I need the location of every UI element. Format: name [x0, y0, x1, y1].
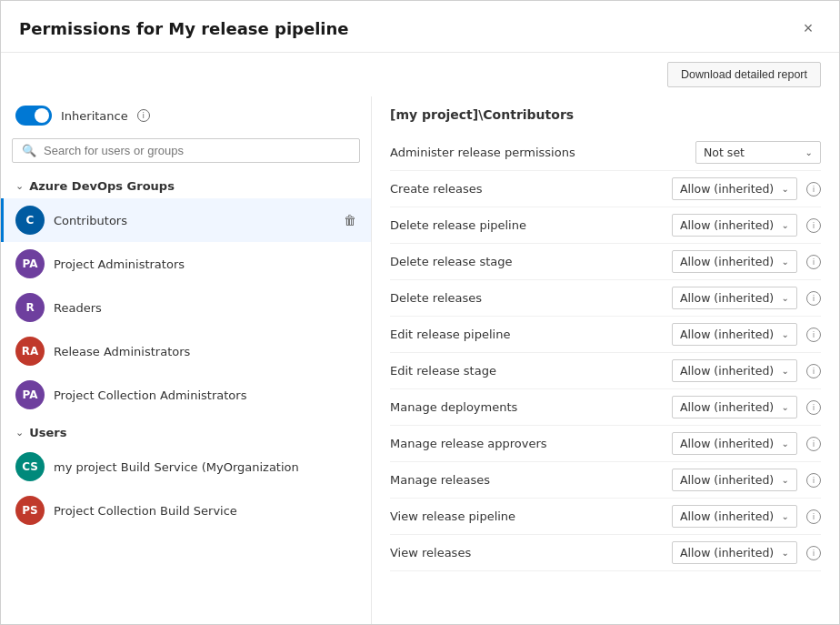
perm-value: Allow (inherited): [680, 255, 778, 268]
right-panel: [my project]\Contributors Administer rel…: [372, 96, 839, 624]
edit-stage-select[interactable]: Allow (inherited) ⌄: [672, 359, 797, 382]
search-box[interactable]: 🔍: [12, 138, 360, 163]
avatar: PS: [15, 496, 45, 525]
user-name: Contributors: [54, 214, 335, 227]
list-item[interactable]: PS Project Collection Build Service 🗑: [1, 489, 371, 532]
chevron-down-icon: ⌄: [782, 475, 789, 485]
users-section: ⌄ Users CS my project Build Service (MyO…: [1, 420, 371, 532]
dialog-header: Permissions for My release pipeline ×: [1, 1, 839, 53]
chevron-down-icon: ⌄: [782, 402, 789, 412]
list-item[interactable]: PA Project Collection Administrators 🗑: [1, 373, 371, 417]
perm-info-icon[interactable]: i: [806, 437, 821, 451]
view-releases-select[interactable]: Allow (inherited) ⌄: [672, 541, 797, 564]
perm-info-icon[interactable]: i: [806, 291, 821, 306]
view-pipeline-select[interactable]: Allow (inherited) ⌄: [672, 505, 797, 528]
permission-name: Delete releases: [390, 291, 663, 305]
avatar: PA: [15, 380, 45, 409]
perm-info-icon[interactable]: i: [806, 255, 821, 269]
manage-releases-select[interactable]: Allow (inherited) ⌄: [672, 469, 797, 491]
create-releases-select[interactable]: Allow (inherited) ⌄: [672, 177, 797, 200]
permission-row: Create releases Allow (inherited) ⌄ i: [390, 171, 821, 207]
administer-permission-select[interactable]: Not set ⌄: [695, 141, 821, 164]
perm-value: Allow (inherited): [680, 364, 778, 378]
inheritance-row: Inheritance i: [1, 96, 371, 135]
permission-row: View release pipeline Allow (inherited) …: [390, 499, 821, 535]
avatar: CS: [15, 452, 45, 481]
permission-row: Delete release stage Allow (inherited) ⌄…: [390, 244, 821, 280]
panel-group-title: [my project]\Contributors: [390, 107, 821, 122]
user-name: Project Collection Build Service: [54, 504, 335, 518]
permission-name: Edit release stage: [390, 364, 663, 378]
perm-info-icon[interactable]: i: [806, 400, 821, 415]
inheritance-toggle[interactable]: [15, 106, 52, 126]
permission-name: Manage deployments: [390, 400, 663, 414]
toolbar: Download detailed report: [1, 53, 839, 96]
perm-value: Allow (inherited): [680, 291, 778, 305]
perm-value: Not set: [704, 146, 802, 159]
permission-row: Delete releases Allow (inherited) ⌄ i: [390, 280, 821, 317]
permission-row: View releases Allow (inherited) ⌄ i: [390, 535, 821, 571]
manage-approvers-select[interactable]: Allow (inherited) ⌄: [672, 432, 797, 455]
azure-devops-groups-label: Azure DevOps Groups: [29, 179, 175, 193]
delete-icon[interactable]: 🗑: [344, 213, 356, 227]
list-item[interactable]: C Contributors 🗑: [1, 198, 371, 242]
manage-deployments-select[interactable]: Allow (inherited) ⌄: [672, 396, 797, 418]
chevron-down-icon: ⌄: [782, 220, 789, 230]
chevron-down-icon: ⌄: [782, 329, 789, 339]
delete-stage-select[interactable]: Allow (inherited) ⌄: [672, 250, 797, 273]
inheritance-info-icon[interactable]: i: [137, 109, 150, 122]
perm-info-icon[interactable]: i: [806, 473, 821, 488]
delete-releases-select[interactable]: Allow (inherited) ⌄: [672, 287, 797, 309]
list-item[interactable]: RA Release Administrators 🗑: [1, 329, 371, 373]
permission-row: Edit release pipeline Allow (inherited) …: [390, 317, 821, 353]
download-report-button[interactable]: Download detailed report: [667, 62, 821, 87]
permission-name: Create releases: [390, 182, 663, 196]
users-chevron-icon: ⌄: [15, 427, 24, 439]
permissions-dialog: Permissions for My release pipeline × Do…: [0, 0, 840, 625]
users-label: Users: [29, 426, 66, 439]
list-item[interactable]: CS my project Build Service (MyOrganizat…: [1, 445, 371, 489]
permission-row: Delete release pipeline Allow (inherited…: [390, 207, 821, 244]
chevron-down-icon: ⌄: [782, 184, 789, 194]
permission-name: Edit release pipeline: [390, 328, 663, 341]
perm-info-icon[interactable]: i: [806, 218, 821, 233]
perm-info-icon[interactable]: i: [806, 546, 821, 560]
perm-value: Allow (inherited): [680, 509, 778, 523]
groups-chevron-icon: ⌄: [15, 180, 24, 192]
perm-info-icon[interactable]: i: [806, 328, 821, 342]
user-name: Project Administrators: [54, 257, 335, 271]
azure-devops-groups-section: ⌄ Azure DevOps Groups C Contributors 🗑 P…: [1, 174, 371, 417]
chevron-down-icon: ⌄: [805, 147, 813, 157]
left-panel: Inheritance i 🔍 ⌄ Azure DevOps Groups C …: [1, 96, 372, 624]
azure-devops-groups-header[interactable]: ⌄ Azure DevOps Groups: [1, 174, 371, 198]
edit-pipeline-select[interactable]: Allow (inherited) ⌄: [672, 323, 797, 346]
perm-value: Allow (inherited): [680, 182, 778, 196]
permission-row: Administer release permissions Not set ⌄: [390, 135, 821, 171]
chevron-down-icon: ⌄: [782, 439, 789, 449]
user-name: Readers: [54, 301, 335, 315]
avatar: RA: [15, 337, 45, 366]
avatar: R: [15, 293, 45, 322]
perm-value: Allow (inherited): [680, 546, 778, 559]
list-item[interactable]: PA Project Administrators 🗑: [1, 242, 371, 286]
user-name: Release Administrators: [54, 345, 335, 358]
perm-info-icon[interactable]: i: [806, 364, 821, 378]
permission-name: View releases: [390, 546, 663, 559]
users-header[interactable]: ⌄ Users: [1, 420, 371, 445]
main-content: Inheritance i 🔍 ⌄ Azure DevOps Groups C …: [1, 96, 839, 624]
avatar: PA: [15, 249, 45, 278]
list-item[interactable]: R Readers 🗑: [1, 286, 371, 329]
perm-info-icon[interactable]: i: [806, 509, 821, 524]
permission-row: Manage releases Allow (inherited) ⌄ i: [390, 462, 821, 499]
perm-value: Allow (inherited): [680, 473, 778, 487]
chevron-down-icon: ⌄: [782, 366, 789, 376]
chevron-down-icon: ⌄: [782, 548, 789, 558]
perm-info-icon[interactable]: i: [806, 182, 821, 197]
delete-pipeline-select[interactable]: Allow (inherited) ⌄: [672, 214, 797, 237]
permission-row: Edit release stage Allow (inherited) ⌄ i: [390, 353, 821, 389]
chevron-down-icon: ⌄: [782, 511, 789, 521]
search-input[interactable]: [44, 144, 350, 157]
close-button[interactable]: ×: [795, 15, 821, 41]
avatar: C: [15, 206, 45, 235]
user-name: my project Build Service (MyOrganization: [54, 460, 335, 474]
